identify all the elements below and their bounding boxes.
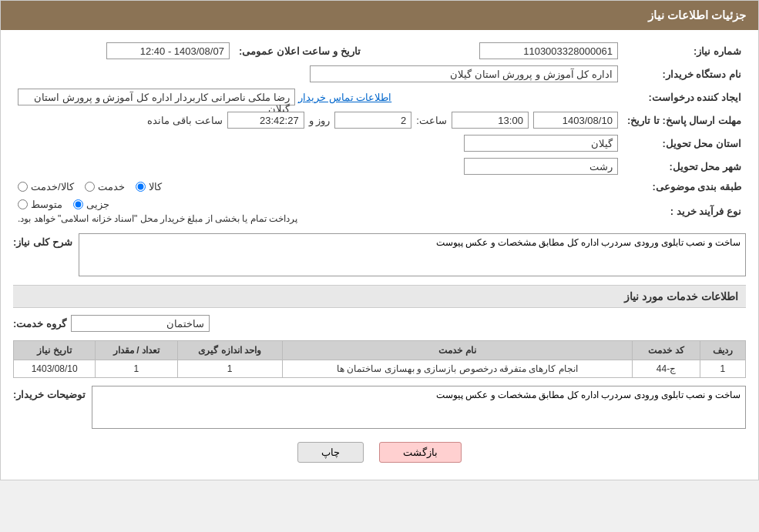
- buyer-org-value: اداره کل آموزش و پرورش استان گیلان: [310, 65, 618, 82]
- page-title: جزئیات اطلاعات نیاز: [648, 8, 746, 22]
- purchase-motavaset-label: متوسط: [31, 199, 62, 210]
- category-kala-radio[interactable]: [136, 182, 146, 192]
- deadline-days: 2: [334, 112, 411, 129]
- category-kala-khedmat-label: کالا/خدمت: [31, 181, 74, 192]
- category-khedmat-option[interactable]: خدمت: [85, 181, 125, 192]
- need-number-label: شماره نیاز:: [623, 39, 746, 62]
- deadline-remaining: 23:42:27: [227, 112, 304, 129]
- deadline-date: 1403/08/10: [533, 112, 618, 129]
- purchase-jozii-label: جزیی: [86, 199, 109, 210]
- col-name: نام خدمت: [282, 341, 633, 360]
- category-label: طبقه بندی موضوعی:: [623, 178, 746, 196]
- col-date: تاریخ نیاز: [14, 341, 96, 360]
- services-section-header: اطلاعات خدمات مورد نیاز: [13, 285, 746, 308]
- city-label: شهر محل تحویل:: [623, 155, 746, 178]
- buyer-desc-textarea: [92, 386, 746, 429]
- col-unit: واحد اندازه گیری: [177, 341, 282, 360]
- col-qty: تعداد / مقدار: [96, 341, 177, 360]
- back-button[interactable]: بازگشت: [379, 442, 462, 463]
- category-kala-option[interactable]: کالا: [136, 181, 162, 192]
- category-kala-khedmat-radio[interactable]: [18, 182, 28, 192]
- city-value: رشت: [464, 158, 618, 175]
- cell-name: انجام کارهای متفرقه درخصوص بازسازی و بهس…: [282, 360, 633, 378]
- deadline-time-label: ساعت:: [416, 115, 447, 126]
- purchase-notice: پرداخت تمام یا بخشی از مبلغ خریدار محل "…: [18, 213, 297, 224]
- need-number-value: 1103003328000061: [479, 42, 618, 59]
- category-kala-khedmat-option[interactable]: کالا/خدمت: [18, 181, 74, 192]
- purchase-motavaset-option[interactable]: متوسط: [18, 199, 62, 210]
- cell-qty: 1: [96, 360, 177, 378]
- col-row: ردیف: [700, 341, 745, 360]
- buttons-row: بازگشت چاپ: [13, 442, 746, 463]
- purchase-jozii-option[interactable]: جزیی: [73, 199, 109, 210]
- announce-label: تاریخ و ساعت اعلان عمومی:: [234, 39, 376, 62]
- deadline-label: مهلت ارسال پاسخ: تا تاریخ:: [623, 109, 746, 132]
- creator-value: رضا ملکی ناصرانی کاربردار اداره کل آموزش…: [18, 89, 295, 105]
- buyer-desc-label: توضیحات خریدار:: [13, 386, 86, 400]
- province-label: استان محل تحویل:: [623, 132, 746, 155]
- deadline-days-label: روز و: [309, 115, 331, 126]
- description-label: شرح کلی نیاز:: [13, 233, 72, 248]
- services-table: ردیف کد خدمت نام خدمت واحد اندازه گیری ت…: [13, 340, 746, 378]
- purchase-motavaset-radio[interactable]: [18, 199, 28, 209]
- col-code: کد خدمت: [633, 341, 700, 360]
- province-value: گیلان: [464, 135, 618, 152]
- category-khedmat-radio[interactable]: [85, 182, 95, 192]
- deadline-remaining-label: ساعت باقی مانده: [147, 115, 222, 126]
- creator-label: ایجاد کننده درخواست:: [623, 85, 746, 109]
- announce-value: 1403/08/07 - 12:40: [106, 42, 230, 59]
- category-khedmat-label: خدمت: [98, 181, 125, 192]
- service-group-value: ساختمان: [71, 315, 210, 332]
- purchase-type-label: نوع فرآیند خرید :: [623, 196, 746, 227]
- category-kala-label: کالا: [149, 181, 162, 192]
- service-group-label: گروه خدمت:: [13, 318, 66, 330]
- description-textarea: [79, 233, 746, 276]
- contact-link[interactable]: اطلاعات تماس خریدار: [298, 92, 391, 103]
- cell-unit: 1: [177, 360, 282, 378]
- deadline-time: 13:00: [452, 112, 529, 129]
- cell-code: ج-44: [633, 360, 700, 378]
- page-header: جزئیات اطلاعات نیاز: [1, 1, 758, 30]
- print-button[interactable]: چاپ: [297, 442, 364, 463]
- cell-date: 1403/08/10: [14, 360, 96, 378]
- cell-row: 1: [700, 360, 745, 378]
- table-row: 1ج-44انجام کارهای متفرقه درخصوص بازسازی …: [14, 360, 746, 378]
- buyer-org-label: نام دستگاه خریدار:: [623, 62, 746, 85]
- purchase-jozii-radio[interactable]: [73, 199, 83, 209]
